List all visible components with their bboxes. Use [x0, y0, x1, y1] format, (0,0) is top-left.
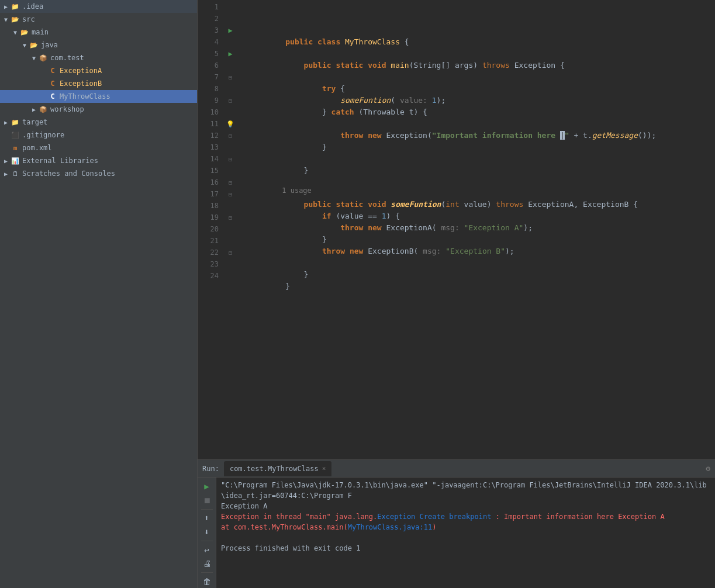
fold-22[interactable]: ⊟: [223, 247, 237, 258]
run-button-3[interactable]: ▶: [223, 25, 237, 36]
run-label: Run:: [202, 465, 219, 473]
chevron-right-icon: ▶: [2, 170, 9, 177]
tree-label: workshop: [50, 105, 84, 113]
package-icon: 📦: [39, 53, 48, 63]
console-output: "C:\Program Files\Java\jdk-17.0.3.1\bin\…: [216, 478, 715, 588]
toolbar-sep-1: [201, 509, 213, 510]
usage-hint: 1 usage: [240, 177, 715, 186]
tree-item-scratches[interactable]: ▶ 🗒 Scratches and Consoles: [0, 167, 197, 180]
fold-14[interactable]: ⊟: [223, 153, 237, 165]
class-icon: C: [48, 66, 57, 75]
stacktrace-link[interactable]: MyThrowClass.java:11: [348, 523, 433, 531]
code-container: 1 2 3 4 5 6 7 8 9 10 11 12 13 14 15 16 1…: [198, 0, 715, 459]
exception-link[interactable]: Exception: [377, 513, 415, 521]
run-tab-item[interactable]: com.test.MyThrowClass ×: [224, 461, 331, 476]
fold-12[interactable]: ⊟: [223, 130, 237, 141]
chevron-down-icon: ▼: [12, 29, 19, 36]
package-icon: 📦: [39, 105, 48, 114]
tree-label: target: [22, 118, 47, 126]
tree-item-main[interactable]: ▼ 📂 main: [0, 26, 197, 39]
run-button-5[interactable]: ▶: [223, 48, 237, 60]
gutter-20: [223, 223, 237, 235]
code-line-24: [240, 281, 715, 292]
gutter-13: [223, 141, 237, 153]
tree-label: External Libraries: [22, 157, 98, 165]
main-container: ▶ 📁 .idea ▼ 📂 src ▼ 📂 main ▼ 📂 java ▼ 📦 …: [0, 0, 715, 588]
chevron-right-icon: ▶: [2, 157, 9, 164]
tab-close-button[interactable]: ×: [322, 465, 326, 472]
gutter-23: [223, 258, 237, 270]
console-error-line: Exception in thread "main" java.lang.Exc…: [221, 511, 710, 522]
gutter-18: [223, 200, 237, 212]
fold-7[interactable]: ⊟: [223, 71, 237, 83]
fold-9[interactable]: ⊟: [223, 95, 237, 106]
tree-item-com-test[interactable]: ▼ 📦 com.test: [0, 51, 197, 64]
tree-label: ExceptionB: [60, 79, 102, 88]
fold-17[interactable]: ⊟: [223, 188, 237, 200]
tree-item-exception-a[interactable]: ▶ C ExceptionA: [0, 64, 197, 77]
code-line-22: }: [240, 257, 715, 269]
tree-label: MyThrowClass: [60, 92, 110, 101]
git-icon: ⬛: [11, 130, 20, 140]
print-button[interactable]: 🖨: [200, 558, 214, 570]
code-line-3: public class MyThrowClass {: [240, 25, 715, 36]
tree-item-external-libraries[interactable]: ▶ 📊 External Libraries: [0, 154, 197, 167]
tab-label: com.test.MyThrowClass: [230, 465, 319, 473]
fold-16[interactable]: ⊟: [223, 177, 237, 188]
create-breakpoint-link[interactable]: Create breakpoint: [420, 513, 492, 521]
line-numbers: 1 2 3 4 5 6 7 8 9 10 11 12 13 14 15 16 1…: [198, 0, 223, 459]
fold-19[interactable]: ⊟: [223, 212, 237, 223]
code-line-23: }: [240, 269, 715, 281]
code-line-14: }: [240, 153, 715, 165]
chevron-down-icon: ▼: [21, 41, 28, 49]
xml-icon: m: [11, 143, 20, 153]
console-stacktrace-line: at com.test.MyThrowClass.main(MyThrowCla…: [221, 522, 710, 532]
console-output-exception-a: Exception A: [221, 501, 710, 511]
folder-open-icon: 📂: [11, 15, 20, 24]
gutter: ▶ ▶ ⊟ ⊟ 💡 ⊟ ⊟ ⊟ ⊟ ⊟ ⊟: [223, 0, 237, 459]
gutter-2: [223, 13, 237, 25]
soft-wrap-button[interactable]: ↩: [200, 544, 214, 556]
scroll-down-button[interactable]: ⬇: [200, 525, 214, 538]
chevron-down-icon: ▼: [2, 16, 9, 23]
chevron-right-icon: ▶: [30, 106, 37, 113]
tree-item-exception-b[interactable]: ▶ C ExceptionB: [0, 77, 197, 90]
tree-item-idea[interactable]: ▶ 📁 .idea: [0, 0, 197, 13]
code-line-5: public static void main(String[] args) t…: [240, 48, 715, 60]
tree-item-java[interactable]: ▼ 📂 java: [0, 39, 197, 51]
gutter-8: [223, 83, 237, 95]
tree-item-gitignore[interactable]: ▶ ⬛ .gitignore: [0, 129, 197, 141]
code-editor[interactable]: public class MyThrowClass { public stati…: [237, 0, 715, 459]
tree-label: .gitignore: [22, 131, 64, 139]
clear-button[interactable]: 🗑: [200, 575, 214, 588]
chevron-right-icon: ▶: [2, 3, 9, 10]
code-line-2: [240, 13, 715, 25]
gutter-24: [223, 270, 237, 282]
code-line-11: throw new Exception("Important informati…: [240, 118, 715, 130]
tree-item-pom-xml[interactable]: ▶ m pom.xml: [0, 141, 197, 154]
tree-label: src: [22, 15, 35, 23]
folder-open-icon: 📂: [29, 40, 39, 50]
gutter-4: [223, 36, 237, 48]
scroll-up-button[interactable]: ⬆: [200, 511, 214, 524]
scratch-icon: 🗒: [11, 169, 20, 178]
bottom-panel: Run: com.test.MyThrowClass × ⚙ ▶ ⏹ ⬆ ⬇ ↩: [198, 459, 715, 588]
tree-item-my-throw-class[interactable]: ▶ C MyThrowClass: [0, 90, 197, 103]
chevron-right-icon: ▶: [2, 119, 9, 126]
tree-item-target[interactable]: ▶ 📁 target: [0, 116, 197, 129]
tree-item-workshop[interactable]: ▶ 📦 workshop: [0, 103, 197, 116]
editor-area: 1 2 3 4 5 6 7 8 9 10 11 12 13 14 15 16 1…: [198, 0, 715, 588]
tree-label: java: [41, 41, 58, 49]
tree-item-src[interactable]: ▼ 📂 src: [0, 13, 197, 26]
gutter-21: [223, 235, 237, 247]
settings-icon[interactable]: ⚙: [706, 464, 710, 473]
tree-label: com.test: [50, 54, 84, 62]
rerun-button[interactable]: ▶: [200, 480, 214, 493]
console-finish-line: Process finished with exit code 1: [221, 543, 710, 554]
stop-button[interactable]: ⏹: [200, 494, 214, 507]
code-line-15: [240, 165, 715, 177]
console-left-toolbar: ▶ ⏹ ⬆ ⬇ ↩ 🖨 🗑: [198, 478, 216, 588]
class-icon: C: [48, 79, 57, 88]
lib-icon: 📊: [11, 156, 20, 165]
bulb-11[interactable]: 💡: [223, 118, 237, 130]
